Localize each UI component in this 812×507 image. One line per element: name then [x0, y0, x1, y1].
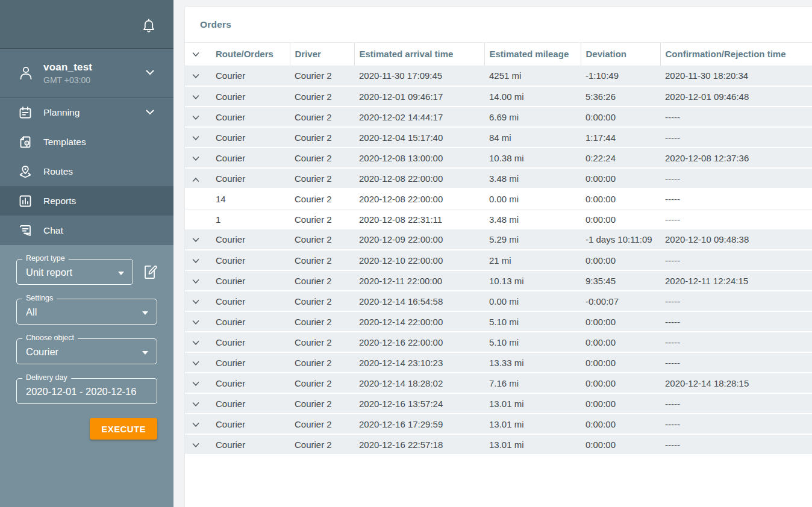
- user-account-row[interactable]: voan_test GMT +03:00: [0, 49, 173, 98]
- collapse-all-toggle[interactable]: [185, 43, 211, 66]
- row-eta: 2020-12-04 15:17:40: [354, 127, 484, 148]
- table-header-row: Route/Orders Driver Estimated arrival ti…: [185, 43, 812, 66]
- row-confirmation: -----: [660, 107, 812, 127]
- col-header-estimated-arrival[interactable]: Estimated arrival time: [354, 43, 484, 66]
- row-expand-toggle[interactable]: [185, 127, 211, 148]
- sidebar-item-planning[interactable]: Planning: [0, 98, 173, 127]
- row-driver: Courier 2: [290, 209, 354, 229]
- row-expand-toggle[interactable]: [185, 270, 211, 291]
- row-expand-toggle[interactable]: [185, 291, 211, 311]
- edit-report-icon[interactable]: [142, 264, 158, 280]
- row-eta: 2020-12-08 22:00:00: [354, 188, 484, 209]
- chevron-down-icon[interactable]: [192, 95, 199, 100]
- settings-select[interactable]: Settings All: [16, 299, 157, 325]
- chevron-down-icon[interactable]: [192, 320, 199, 325]
- col-header-confirmation[interactable]: Confirmation/Rejection time: [660, 43, 812, 66]
- row-deviation: 0:00:00: [581, 311, 660, 332]
- row-expand-toggle[interactable]: [185, 332, 211, 352]
- row-route: Courier: [211, 311, 290, 332]
- row-route: Courier: [211, 168, 290, 188]
- col-header-estimated-mileage[interactable]: Estimated mileage: [484, 43, 581, 66]
- row-driver: Courier 2: [290, 414, 354, 434]
- row-driver: Courier 2: [290, 373, 354, 393]
- row-confirmation: -----: [660, 414, 812, 434]
- row-expand-toggle[interactable]: [185, 373, 211, 393]
- chevron-down-icon[interactable]: [192, 116, 199, 120]
- templates-icon: [18, 135, 33, 149]
- col-header-deviation[interactable]: Deviation: [581, 43, 660, 66]
- chevron-down-icon[interactable]: [192, 136, 199, 141]
- row-deviation: -1 days 10:11:09: [581, 229, 660, 250]
- row-deviation: 0:00:00: [581, 373, 660, 393]
- row-eta: 2020-12-02 14:44:17: [354, 107, 484, 127]
- chevron-down-icon[interactable]: [192, 423, 199, 428]
- chevron-down-icon[interactable]: [192, 279, 199, 284]
- chevron-down-icon[interactable]: [192, 74, 199, 79]
- row-eta: 2020-12-08 22:31:11: [354, 209, 484, 229]
- chevron-down-icon[interactable]: [192, 157, 199, 161]
- sidebar-item-reports[interactable]: Reports: [0, 186, 173, 216]
- row-expand-toggle[interactable]: [185, 107, 211, 127]
- orders-panel: Orders Route/Orders Driver: [184, 6, 812, 507]
- chevron-down-icon[interactable]: [192, 52, 199, 57]
- row-expand-toggle[interactable]: [185, 229, 211, 250]
- row-deviation: 0:00:00: [581, 414, 660, 434]
- row-expand-toggle[interactable]: [185, 393, 211, 414]
- row-eta: 2020-12-09 22:00:00: [354, 229, 484, 250]
- chevron-down-icon[interactable]: [192, 341, 199, 346]
- chevron-down-icon[interactable]: [192, 402, 199, 407]
- col-header-driver[interactable]: Driver: [290, 43, 354, 66]
- row-deviation: 0:00:00: [581, 107, 660, 127]
- row-route: Courier: [211, 86, 290, 107]
- table-row: CourierCourier 22020-12-08 22:00:003.48 …: [185, 168, 812, 188]
- sidebar-header: [0, 0, 173, 49]
- row-deviation: 0:00:00: [581, 434, 660, 455]
- settings-value: All: [26, 306, 37, 318]
- main-content: Orders Route/Orders Driver: [173, 0, 812, 507]
- chevron-down-icon[interactable]: [192, 382, 199, 387]
- row-confirmation: -----: [660, 127, 812, 148]
- sidebar-item-templates[interactable]: Templates: [0, 127, 173, 157]
- chevron-down-icon[interactable]: [192, 443, 199, 448]
- sidebar-item-label: Templates: [43, 137, 86, 148]
- row-eta: 2020-12-11 22:00:00: [354, 270, 484, 291]
- execute-button[interactable]: EXECUTE: [90, 418, 157, 440]
- row-confirmation: -----: [660, 168, 812, 188]
- row-mileage: 5.10 mi: [484, 311, 581, 332]
- row-route: 14: [211, 188, 290, 209]
- chevron-down-icon[interactable]: [192, 259, 199, 264]
- chevron-up-icon[interactable]: [192, 177, 199, 182]
- sidebar-item-routes[interactable]: Routes: [0, 157, 173, 186]
- row-deviation: 1:17:44: [581, 127, 660, 148]
- choose-object-select[interactable]: Choose object Courier: [16, 338, 157, 364]
- row-expand-toggle[interactable]: [185, 250, 211, 270]
- row-expand-toggle[interactable]: [185, 66, 211, 86]
- row-route: Courier: [211, 66, 290, 86]
- dropdown-arrow-icon: [118, 272, 124, 275]
- settings-label: Settings: [22, 294, 57, 302]
- report-type-select[interactable]: Report type Unit report: [16, 259, 133, 285]
- row-deviation: 0:00:00: [581, 209, 660, 229]
- row-expand-toggle[interactable]: [185, 352, 211, 373]
- choose-object-label: Choose object: [22, 334, 78, 342]
- delivery-day-input[interactable]: Delivery day 2020-12-01 - 2020-12-16: [16, 378, 157, 404]
- report-type-label: Report type: [22, 254, 69, 263]
- chevron-down-icon[interactable]: [192, 300, 199, 305]
- sidebar-item-chat[interactable]: Chat: [0, 216, 173, 245]
- row-expand-toggle[interactable]: [185, 148, 211, 168]
- row-expand-toggle[interactable]: [185, 414, 211, 434]
- row-mileage: 10.38 mi: [484, 148, 581, 168]
- row-expand-toggle[interactable]: [185, 86, 211, 107]
- col-header-route-orders[interactable]: Route/Orders: [211, 43, 290, 66]
- chevron-down-icon[interactable]: [192, 361, 199, 366]
- row-deviation: 0:00:00: [581, 168, 660, 188]
- row-expand-toggle[interactable]: [185, 168, 211, 188]
- row-expand-toggle[interactable]: [185, 311, 211, 332]
- table-row: CourierCourier 22020-11-30 17:09:454251 …: [185, 66, 812, 86]
- table-row: CourierCourier 22020-12-16 13:57:2413.01…: [185, 393, 812, 414]
- row-route: Courier: [211, 107, 290, 127]
- chevron-down-icon[interactable]: [192, 238, 199, 243]
- row-expand-toggle[interactable]: [185, 434, 211, 455]
- notifications-bell-icon[interactable]: [142, 19, 155, 33]
- table-row: CourierCourier 22020-12-04 15:17:4084 mi…: [185, 127, 812, 148]
